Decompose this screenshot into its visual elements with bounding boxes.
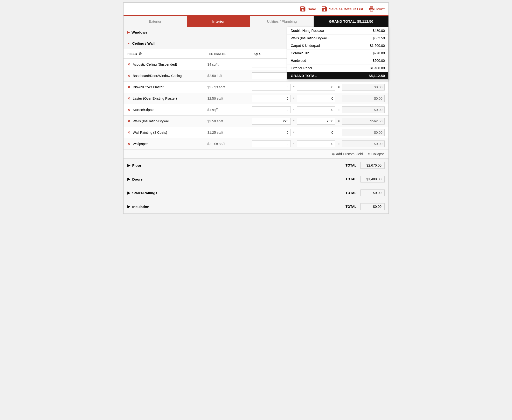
row-qty2-input[interactable]	[297, 106, 335, 113]
row-qty1-input[interactable]	[252, 61, 290, 68]
remove-row-button[interactable]: ✕	[127, 85, 130, 89]
dropdown-item-value: $480.00	[354, 27, 388, 35]
table-row: ✕ Laster (Over Existing Plaster) $2.50 s…	[124, 93, 388, 104]
equals-op: =	[335, 108, 342, 112]
floor-total-value: $2,670.00	[360, 162, 385, 169]
equals-op: =	[335, 142, 342, 146]
row-qty2-wrapper	[297, 141, 335, 147]
row-qty1-input[interactable]	[252, 129, 290, 136]
row-qty1-input[interactable]	[252, 118, 290, 125]
remove-row-button[interactable]: ✕	[127, 97, 130, 100]
dropdown-item-name: Ceramic Tile	[287, 50, 354, 57]
stairs-section-header[interactable]: ▶ Stairs/Railings TOTAL: $0.00	[124, 186, 388, 200]
row-field: ✕ Stucco/Stipple	[127, 108, 208, 112]
stairs-label: ▶ Stairs/Railings	[127, 191, 346, 195]
toolbar: Save Save as Default List Print	[124, 3, 388, 16]
doors-label: ▶ Doors	[127, 177, 346, 181]
row-name: Walls (Insulation/Drywall)	[133, 119, 171, 123]
row-total: $0.00	[342, 129, 385, 136]
row-name: Wall Painting (3 Coats)	[133, 131, 167, 135]
dropdown-item-value: $900.00	[354, 57, 388, 64]
insulation-section-header[interactable]: ▶ Insulation TOTAL: $0.00	[124, 200, 388, 214]
row-field: ✕ Walls (Insulation/Drywall)	[127, 119, 208, 123]
dropdown-item-name: Carpet & Underpad	[287, 42, 354, 50]
add-custom-field-link[interactable]: ⊕ Add Custom Field	[332, 152, 363, 156]
row-qty2-input[interactable]	[297, 129, 335, 136]
row-qty2-wrapper	[297, 84, 335, 90]
save-default-label: Save as Default List	[329, 7, 363, 11]
row-name: Wallpaper	[133, 142, 148, 146]
floor-section-header[interactable]: ▶ Floor TOTAL: $2,670.00	[124, 158, 388, 172]
row-qty1-wrapper	[252, 118, 290, 125]
multiply-op: *	[291, 97, 297, 100]
save-default-button[interactable]: Save as Default List	[321, 6, 363, 12]
add-custom-icon: ⊕	[332, 152, 335, 156]
row-name: Drywall Over Plaster	[133, 85, 163, 89]
dropdown-item-name: Exterior Panel	[287, 64, 354, 72]
insulation-label: ▶ Insulation	[127, 204, 346, 209]
row-total: $562.50	[342, 118, 385, 125]
tab-exterior[interactable]: Exterior	[124, 16, 187, 27]
row-total: $0.00	[342, 84, 385, 90]
print-button[interactable]: Print	[368, 6, 385, 12]
remove-row-button[interactable]: ✕	[127, 131, 130, 135]
row-name: Stucco/Stipple	[133, 108, 154, 112]
dropdown-table: Double Hung Replace$480.00Walls (Insulat…	[287, 27, 388, 80]
remove-row-button[interactable]: ✕	[127, 74, 130, 78]
stairs-arrow: ▶	[127, 191, 130, 195]
insulation-total-label: TOTAL:	[346, 205, 358, 209]
windows-arrow: ▶	[127, 31, 130, 34]
stairs-total-label: TOTAL:	[346, 191, 358, 195]
row-qty1-wrapper	[252, 141, 290, 147]
grand-total-tab[interactable]: GRAND TOTAL: $5,112.50	[314, 16, 388, 27]
row-qty1-input[interactable]	[252, 72, 290, 79]
row-field: ✕ Baseboard/Door/Window Casing	[127, 74, 208, 78]
doors-section-header[interactable]: ▶ Doors TOTAL: $1,400.00	[124, 172, 388, 186]
row-qty1-input[interactable]	[252, 84, 290, 90]
row-qty2-wrapper	[297, 106, 335, 113]
multiply-op: *	[291, 85, 297, 89]
table-row: ✕ Drywall Over Plaster $2 - $3 sq/ft * =…	[124, 82, 388, 93]
row-qty2-wrapper	[297, 129, 335, 136]
add-field-icon[interactable]: ⊕	[139, 52, 142, 56]
row-qty1-input[interactable]	[252, 95, 290, 102]
doors-arrow: ▶	[127, 177, 130, 181]
multiply-op: *	[291, 108, 297, 112]
row-qty2-input[interactable]	[297, 141, 335, 147]
windows-label: Windows	[132, 30, 148, 34]
row-qty1-wrapper	[252, 129, 290, 136]
equals-op: =	[335, 85, 342, 89]
multiply-op: *	[291, 142, 297, 146]
row-qty1-wrapper	[252, 72, 290, 79]
row-estimate: $2.50 sq/ft	[208, 97, 246, 100]
dropdown-item: Exterior Panel$1,400.00	[287, 64, 388, 72]
ceiling-wall-label: Ceiling / Wall	[132, 41, 155, 45]
row-qty1-wrapper	[252, 95, 290, 102]
row-qty1-wrapper	[252, 61, 290, 68]
row-qty1-input[interactable]	[252, 106, 290, 113]
save-button[interactable]: Save	[299, 6, 316, 12]
tab-utilities[interactable]: Utilities / Plumbing	[250, 16, 314, 27]
row-qty2-input[interactable]	[297, 84, 335, 90]
collapse-icon: ⊕	[368, 152, 371, 156]
row-qty2-input[interactable]	[297, 95, 335, 102]
insulation-arrow: ▶	[127, 204, 130, 209]
print-icon	[368, 6, 375, 12]
floor-total-label: TOTAL:	[346, 163, 358, 167]
equals-op: =	[335, 119, 342, 123]
remove-row-button[interactable]: ✕	[127, 119, 130, 123]
row-field: ✕ Acoustic Ceiling (Suspended)	[127, 62, 208, 66]
row-qty1-input[interactable]	[252, 141, 290, 147]
tab-interior[interactable]: Interior	[187, 16, 251, 27]
section-actions: ⊕ Add Custom Field ⊕ Collapse	[124, 150, 388, 158]
remove-row-button[interactable]: ✕	[127, 142, 130, 146]
remove-row-button[interactable]: ✕	[127, 108, 130, 112]
row-qty2-wrapper	[297, 95, 335, 102]
save-default-icon	[321, 6, 328, 12]
remove-row-button[interactable]: ✕	[127, 62, 130, 66]
row-qty2-wrapper	[297, 118, 335, 125]
row-qty2-input[interactable]	[297, 118, 335, 125]
dropdown-item-value: $270.00	[354, 50, 388, 57]
row-estimate: $2.50 sq/ft	[208, 119, 246, 123]
collapse-link[interactable]: ⊕ Collapse	[368, 152, 385, 156]
